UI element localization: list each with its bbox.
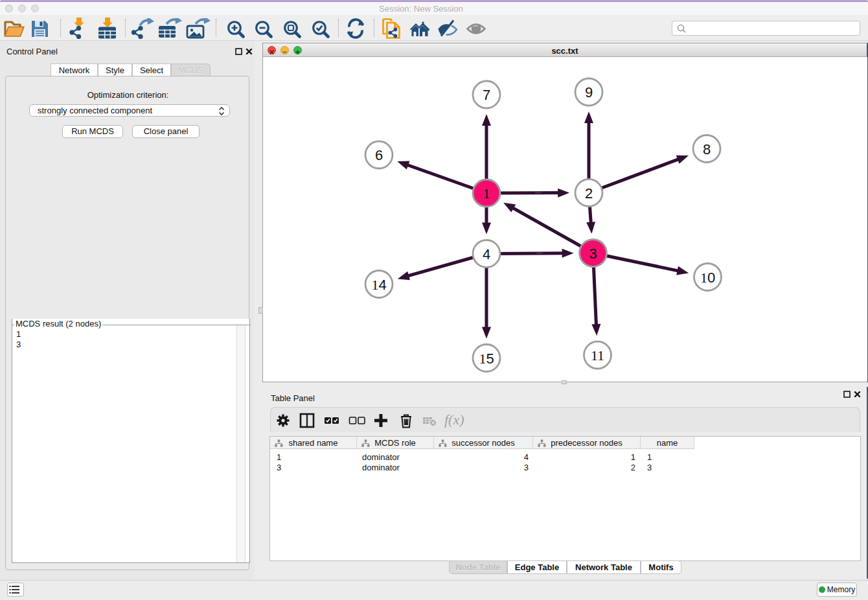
svg-text:4: 4: [483, 246, 490, 262]
svg-text:1: 1: [483, 185, 490, 202]
svg-text:11: 11: [591, 347, 604, 363]
svg-text:10: 10: [700, 270, 715, 286]
svg-text:9: 9: [585, 84, 593, 100]
svg-text:3: 3: [589, 246, 597, 262]
svg-text:6: 6: [375, 147, 383, 163]
svg-text:7: 7: [483, 87, 490, 103]
svg-text:2: 2: [585, 185, 593, 202]
svg-text:15: 15: [479, 351, 494, 367]
svg-text:8: 8: [703, 141, 711, 157]
svg-text:14: 14: [371, 277, 386, 293]
